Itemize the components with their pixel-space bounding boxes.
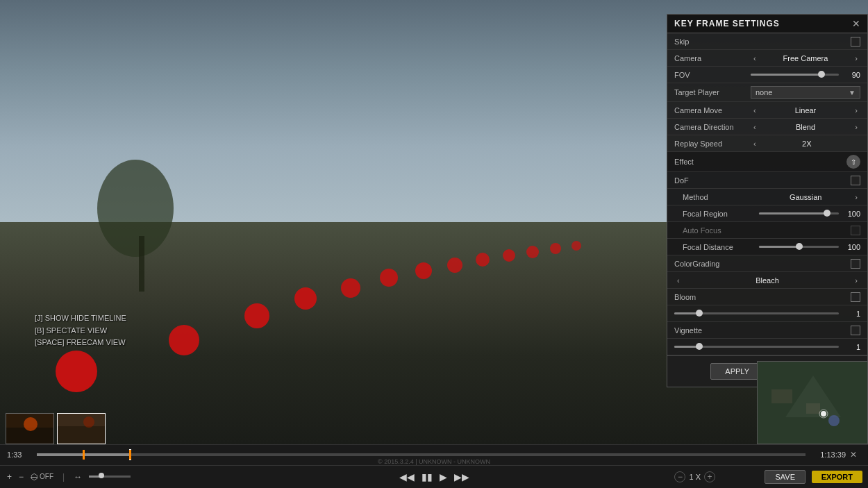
dof-checkbox[interactable] — [851, 176, 860, 185]
thumbnail-strip — [6, 413, 106, 444]
method-next-button[interactable]: › — [852, 193, 860, 201]
export-button[interactable]: EXPORT — [812, 471, 862, 483]
close-button[interactable]: ✕ — [852, 19, 860, 28]
skip-forward-button[interactable]: ▶▶ — [454, 471, 469, 482]
bloom-slider-thumb[interactable] — [696, 310, 703, 317]
minimap-image — [758, 362, 867, 444]
vignette-slider-thumb[interactable] — [696, 343, 703, 350]
camera-move-next-button[interactable]: › — [852, 106, 860, 115]
color-grading-value-row: ‹ Bleach › — [667, 272, 867, 289]
svg-point-20 — [821, 411, 826, 417]
off-toggle[interactable]: ⬡ OFF — [31, 472, 53, 482]
bloom-slider-track[interactable] — [674, 312, 839, 314]
replay-speed-prev-button[interactable]: ‹ — [751, 140, 759, 148]
bloom-checkbox[interactable] — [851, 292, 860, 302]
color-grading-checkbox[interactable] — [851, 259, 860, 269]
camera-direction-prev-button[interactable]: ‹ — [751, 123, 759, 131]
focal-region-label: Focal Region — [683, 210, 759, 218]
controls-area: + − ⬡ OFF | ↔ ◀◀ ▮▮ ▶ ▶▶ − 1 X + — [0, 466, 868, 488]
expand-icon: ↔ — [74, 472, 82, 482]
svg-point-6 — [415, 262, 432, 279]
focal-region-row: Focal Region 100 — [667, 205, 867, 222]
svg-point-24 — [24, 417, 37, 431]
vignette-value: 1 — [843, 343, 860, 351]
timeline-close-button[interactable]: ✕ — [846, 450, 861, 460]
camera-move-prev-button[interactable]: ‹ — [751, 106, 759, 115]
camera-direction-next-button[interactable]: › — [852, 123, 860, 131]
fov-slider-thumb[interactable] — [818, 71, 825, 78]
focal-distance-row: Focal Distance 100 — [667, 239, 867, 255]
method-label: Method — [683, 193, 759, 201]
thumbnail-item-1[interactable] — [6, 413, 54, 444]
effect-toggle-button[interactable]: ⇧ — [846, 155, 860, 169]
remove-keyframe-button[interactable]: − — [19, 472, 24, 482]
target-player-dropdown[interactable]: none ▼ — [751, 86, 860, 99]
replay-speed-label: Replay Speed — [674, 140, 751, 148]
play-button[interactable]: ▶ — [440, 471, 447, 482]
camera-direction-row: Camera Direction ‹ Blend › — [667, 119, 867, 135]
center-info: © 2015.3.2.4 | UNKNOWN - UNKNOWN — [378, 458, 490, 465]
zoom-slider[interactable] — [89, 476, 131, 478]
svg-point-10 — [526, 246, 539, 258]
camera-next-button[interactable]: › — [852, 54, 860, 62]
dof-label: DoF — [674, 176, 751, 185]
color-grading-label: ColorGrading — [674, 260, 751, 268]
focal-region-slider-thumb[interactable] — [824, 210, 831, 217]
replay-speed-row: Replay Speed ‹ 2X — [667, 135, 867, 152]
bloom-slider-row: 1 — [667, 305, 867, 322]
apply-button[interactable]: APPLY — [710, 363, 764, 380]
fov-row: FOV 90 — [667, 67, 867, 83]
vignette-label: Vignette — [674, 326, 751, 335]
vignette-slider-track[interactable] — [674, 346, 839, 348]
svg-point-3 — [294, 287, 317, 310]
add-keyframe-icon: + — [7, 472, 12, 482]
focal-region-slider-fill — [759, 212, 827, 214]
svg-point-17 — [828, 415, 840, 426]
camera-direction-control: ‹ Blend › — [751, 123, 860, 131]
svg-point-13 — [97, 160, 174, 257]
dropdown-arrow-icon: ▼ — [849, 89, 856, 96]
bloom-slider-container: 1 — [674, 310, 860, 318]
pause-button[interactable]: ▮▮ — [422, 471, 433, 482]
time-right: 1:13:39 — [811, 451, 846, 459]
expand-button[interactable]: ↔ — [74, 472, 82, 482]
separator-1: | — [62, 472, 65, 482]
bloom-value: 1 — [843, 310, 860, 318]
camera-prev-button[interactable]: ‹ — [751, 54, 759, 62]
off-label: OFF — [40, 473, 53, 480]
focal-distance-slider-track[interactable] — [759, 246, 839, 248]
fov-label: FOV — [674, 71, 751, 79]
skip-label: Skip — [674, 37, 751, 46]
focal-distance-label: Focal Distance — [683, 243, 759, 251]
camera-value: Free Camera — [783, 54, 828, 62]
camera-move-label: Camera Move — [674, 106, 751, 115]
focal-distance-slider-fill — [759, 246, 799, 248]
target-player-label: Target Player — [674, 88, 751, 96]
skip-back-button[interactable]: ◀◀ — [399, 471, 415, 482]
speed-decrease-button[interactable]: − — [674, 471, 685, 482]
zoom-slider-thumb[interactable] — [99, 473, 104, 478]
add-keyframe-button[interactable]: + — [7, 472, 12, 482]
panel-header: KEY FRAME SETTINGS ✕ — [667, 15, 867, 33]
fov-slider-container: 90 — [751, 71, 860, 79]
skip-checkbox[interactable] — [851, 37, 860, 47]
save-button[interactable]: SAVE — [765, 470, 806, 484]
speed-increase-button[interactable]: + — [704, 471, 715, 482]
hud-overlay: [J] SHOW HIDE TIMELINE [B] SPECTATE VIEW… — [35, 312, 126, 349]
focal-region-slider-track[interactable] — [759, 212, 839, 214]
svg-point-9 — [503, 249, 515, 262]
hud-line-1: [J] SHOW HIDE TIMELINE — [35, 312, 126, 325]
vignette-row: Vignette — [667, 322, 867, 339]
color-grading-next-button[interactable]: › — [852, 276, 860, 285]
replay-speed-value: 2X — [802, 140, 811, 148]
auto-focus-checkbox[interactable] — [851, 226, 860, 235]
vignette-checkbox[interactable] — [851, 326, 860, 335]
fov-slider-track[interactable] — [751, 74, 839, 76]
color-grading-prev-button[interactable]: ‹ — [674, 276, 683, 285]
fov-value: 90 — [843, 71, 860, 79]
timeline-keyframe-1 — [83, 450, 85, 460]
thumbnail-item-2[interactable] — [57, 413, 106, 444]
focal-distance-slider-thumb[interactable] — [796, 243, 803, 250]
target-player-row: Target Player none ▼ — [667, 83, 867, 102]
timeline-track[interactable] — [37, 453, 806, 456]
